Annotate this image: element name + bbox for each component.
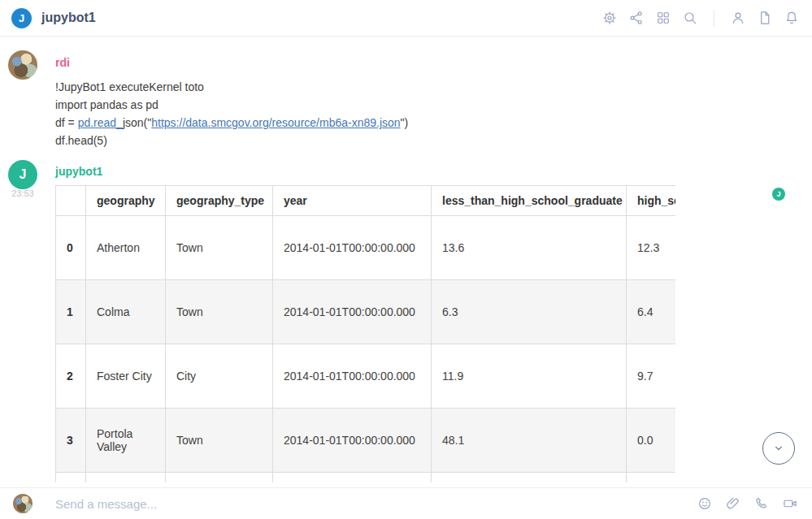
table-cell: 48.1 <box>432 409 627 473</box>
table-row: 2Foster CityCity2014-01-01T00:00:00.0001… <box>56 344 676 409</box>
table-cell: 9.7 <box>627 344 676 409</box>
message-line: df = pd.read_json("https://data.smcgov.o… <box>55 114 408 132</box>
message-line: import pandas as pd <box>55 96 408 114</box>
composer-actions <box>696 495 799 512</box>
table-cell: 0.0 <box>627 409 676 473</box>
rdi-username[interactable]: rdi <box>55 56 70 69</box>
message-text: json(" <box>123 116 151 129</box>
gear-icon[interactable] <box>601 10 619 26</box>
table-cell <box>166 473 273 483</box>
table-row: 1ColmaTown2014-01-01T00:00:00.0006.36.4 <box>56 280 676 344</box>
message-line: !JupyBot1 executeKernel toto <box>55 78 408 96</box>
bot-username[interactable]: jupybot1 <box>55 165 102 178</box>
person-icon[interactable] <box>729 10 747 26</box>
chevron-down-icon <box>771 441 786 456</box>
table-body: 0AthertonTown2014-01-01T00:00:00.00013.6… <box>56 216 676 483</box>
channel-avatar[interactable]: J <box>11 8 32 28</box>
table-cell: Town <box>166 409 273 473</box>
table-cell: Town <box>166 216 273 280</box>
table-cell: 12.3 <box>627 216 676 280</box>
message-text: df = <box>55 116 78 129</box>
message-text: !JupyBot1 executeKernel toto <box>55 80 204 93</box>
phone-icon[interactable] <box>753 495 771 512</box>
dataframe-table: geographygeography_typeyearless_than_hig… <box>55 185 675 482</box>
table-cell <box>86 473 166 483</box>
message-timestamp: 23:53 <box>8 188 37 198</box>
share-icon[interactable] <box>627 10 645 26</box>
video-icon[interactable] <box>781 495 799 512</box>
table-row <box>56 473 676 483</box>
column-header: geography_type <box>166 186 273 216</box>
table-cell: 11.9 <box>432 344 627 409</box>
message-link[interactable]: https://data.smcgov.org/resource/mb6a-xn… <box>151 116 400 129</box>
table-cell: 6.3 <box>432 280 627 344</box>
paperclip-icon[interactable] <box>724 495 742 512</box>
bot-avatar[interactable]: J <box>8 160 37 189</box>
channel-title: jupybot1 <box>41 11 96 25</box>
table-cell <box>627 473 676 483</box>
row-index: 3 <box>56 409 86 473</box>
row-index <box>56 473 86 483</box>
column-header: year <box>273 186 432 216</box>
table-cell: 2014-01-01T00:00:00.000 <box>273 216 432 280</box>
bell-icon[interactable] <box>783 10 801 26</box>
column-header <box>56 186 86 216</box>
grid-icon[interactable] <box>654 10 672 26</box>
table-row: 3Portola ValleyTown2014-01-01T00:00:00.0… <box>56 409 676 473</box>
column-header: less_than_high_school_graduate <box>432 186 627 216</box>
search-icon[interactable] <box>681 10 699 26</box>
table-cell: City <box>166 344 273 409</box>
message-line: df.head(5) <box>55 132 408 149</box>
message-text: df.head(5) <box>55 134 107 147</box>
self-avatar[interactable] <box>13 494 33 513</box>
table-row: 0AthertonTown2014-01-01T00:00:00.00013.6… <box>56 216 676 280</box>
table-cell: Foster City <box>86 344 166 409</box>
table-cell: 6.4 <box>627 280 676 344</box>
table-header-row: geographygeography_typeyearless_than_hig… <box>56 186 676 216</box>
rdi-message-lines: !JupyBot1 executeKernel totoimport panda… <box>55 78 408 149</box>
toolbar-divider <box>714 10 714 27</box>
message-input[interactable] <box>55 497 688 511</box>
table-cell: 2014-01-01T00:00:00.000 <box>273 409 432 473</box>
scroll-to-bottom-button[interactable] <box>762 432 795 465</box>
message-text: import pandas as pd <box>55 98 158 111</box>
file-icon[interactable] <box>756 10 774 26</box>
dataframe-table-container: geographygeography_typeyearless_than_hig… <box>55 185 675 482</box>
message-link[interactable]: pd.read_ <box>78 116 123 129</box>
table-cell: 13.6 <box>432 216 627 280</box>
column-header: high_sc <box>627 186 676 216</box>
column-header: geography <box>86 186 166 216</box>
row-index: 1 <box>56 280 86 344</box>
table-cell: Atherton <box>86 216 166 280</box>
table-cell: Portola Valley <box>86 409 166 473</box>
row-index: 2 <box>56 344 86 409</box>
emoji-icon[interactable] <box>696 495 714 512</box>
row-index: 0 <box>56 216 86 280</box>
read-receipt-badge: J <box>772 188 785 201</box>
rdi-avatar[interactable] <box>8 50 37 80</box>
channel-header: J jupybot1 <box>0 0 812 37</box>
table-cell: 2014-01-01T00:00:00.000 <box>273 344 432 409</box>
table-cell <box>432 473 627 483</box>
message-text: ") <box>401 116 409 129</box>
table-cell: 2014-01-01T00:00:00.000 <box>273 280 432 344</box>
table-cell: Colma <box>86 280 166 344</box>
table-cell <box>273 473 432 483</box>
table-cell: Town <box>166 280 273 344</box>
header-toolbar <box>601 10 801 27</box>
message-composer <box>0 487 812 519</box>
